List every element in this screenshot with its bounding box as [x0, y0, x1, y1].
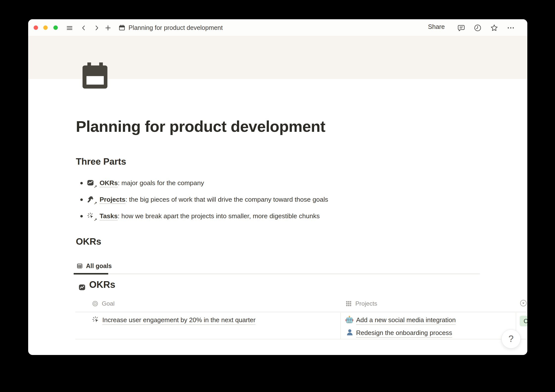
- tasks-page-link[interactable]: Tasks: [100, 212, 118, 220]
- updates-history-button[interactable]: [473, 24, 482, 32]
- share-button[interactable]: Share: [428, 23, 445, 30]
- page-title: Planning for product development: [76, 118, 325, 135]
- three-parts-list: ↗ OKRs: major goals for the company ↗ Pr…: [76, 175, 447, 224]
- column-header-goal[interactable]: Goal: [92, 299, 115, 308]
- notion-window: Planning for product development Share: [28, 19, 527, 355]
- project-link[interactable]: Add a new social media integration: [356, 316, 456, 325]
- okrs-page-link[interactable]: OKRs: [100, 179, 118, 187]
- list-item-text: Projects: the big pieces of work that wi…: [100, 196, 328, 203]
- ellipsis-icon: [507, 24, 515, 32]
- chevron-right-icon: [93, 25, 100, 31]
- goal-link[interactable]: Increase user engagement by 20% in the n…: [102, 316, 256, 325]
- column-header-projects[interactable]: Projects: [345, 299, 377, 308]
- table-row-border: [75, 339, 527, 339]
- tab-label: All goals: [86, 262, 112, 270]
- link-arrow-icon: ↗: [93, 218, 97, 222]
- plus-icon: [105, 24, 111, 31]
- sidebar-toggle-button[interactable]: [65, 24, 74, 32]
- section-heading-three-parts: Three Parts: [76, 157, 126, 167]
- circle-triangle-down-icon: [520, 300, 527, 307]
- list-item: ↗ Projects: the big pieces of work that …: [76, 191, 447, 208]
- hidden-columns-toggle[interactable]: [520, 300, 527, 307]
- database-chart-icon: [79, 284, 86, 291]
- close-window-button[interactable]: [34, 25, 38, 30]
- tab-all-goals[interactable]: All goals: [74, 259, 115, 273]
- new-tab-button[interactable]: [104, 24, 112, 32]
- nav-back-button[interactable]: [80, 24, 88, 32]
- bullet-icon: [80, 198, 83, 201]
- comments-button[interactable]: [457, 24, 466, 32]
- breadcrumb[interactable]: Planning for product development: [119, 23, 223, 32]
- calendar-icon: [119, 24, 125, 31]
- relation-grid-icon: [345, 300, 352, 307]
- list-item: ↗ Tasks: how we break apart the projects…: [76, 208, 447, 224]
- hamburger-icon: [66, 25, 73, 31]
- comment-icon: [457, 24, 465, 32]
- bullet-icon: [80, 215, 83, 217]
- calendar-icon: [81, 62, 110, 90]
- window-titlebar: Planning for product development Share: [28, 19, 527, 36]
- tab-divider: [74, 274, 480, 274]
- robot-emoji: [345, 315, 354, 325]
- question-mark-icon: ?: [509, 334, 514, 344]
- list-item-text: OKRs: major goals for the company: [100, 179, 204, 187]
- table-view-icon: [77, 263, 83, 269]
- help-button[interactable]: ?: [501, 329, 521, 349]
- more-options-button[interactable]: [507, 24, 515, 32]
- nav-forward-button[interactable]: [92, 24, 101, 32]
- fullscreen-window-button[interactable]: [53, 25, 58, 30]
- person-silhouette-emoji: [346, 328, 354, 337]
- database-title[interactable]: OKRs: [89, 279, 115, 290]
- list-item: ↗ OKRs: major goals for the company: [76, 175, 447, 191]
- page-icon-calendar[interactable]: [81, 62, 110, 90]
- status-badge[interactable]: O: [520, 316, 527, 326]
- projects-page-link[interactable]: Projects: [100, 196, 126, 204]
- column-divider: [340, 313, 341, 339]
- target-icon: [92, 300, 98, 307]
- link-arrow-icon: ↗: [93, 201, 97, 205]
- spark-icon: [92, 316, 100, 325]
- list-item-text: Tasks: how we break apart the projects i…: [100, 212, 320, 220]
- link-arrow-icon: ↗: [93, 185, 97, 189]
- section-heading-okrs: OKRs: [76, 236, 101, 247]
- chart-increasing-icon: ↗: [87, 179, 95, 187]
- spark-icon: ↗: [87, 212, 95, 220]
- toolbar-page-title: Planning for product development: [128, 24, 223, 31]
- table-header-border: [75, 312, 527, 312]
- star-icon: [490, 24, 498, 32]
- active-tab-underline: [74, 273, 108, 274]
- minimize-window-button[interactable]: [43, 25, 48, 30]
- chevron-left-icon: [81, 25, 87, 31]
- hammer-icon: ↗: [87, 196, 95, 204]
- project-link[interactable]: Redesign the onboarding process: [356, 329, 452, 338]
- favorite-button[interactable]: [490, 24, 498, 32]
- clock-icon: [474, 24, 482, 32]
- bullet-icon: [80, 182, 83, 184]
